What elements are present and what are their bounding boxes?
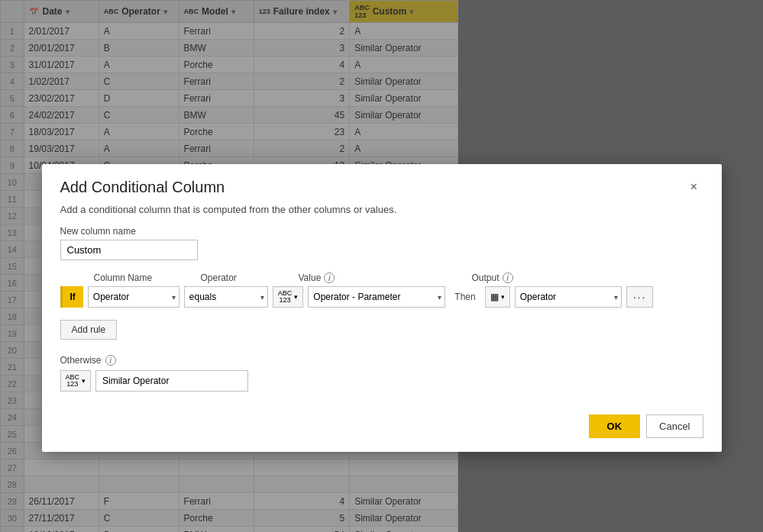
output-info-icon: i bbox=[503, 272, 513, 283]
otherwise-section: Otherwise i ABC123 ▾ bbox=[60, 355, 703, 392]
add-rule-button[interactable]: Add rule bbox=[60, 320, 118, 340]
new-column-name-input[interactable] bbox=[60, 240, 198, 260]
otherwise-chevron: ▾ bbox=[82, 377, 86, 385]
then-label: Then bbox=[450, 292, 480, 302]
otherwise-type-icon: ABC123 bbox=[66, 374, 80, 388]
modal-overlay: Add Conditional Column × Add a condition… bbox=[0, 0, 763, 532]
col-name-header: Column Name bbox=[94, 272, 201, 283]
value-info-icon: i bbox=[324, 272, 335, 283]
otherwise-row: ABC123 ▾ bbox=[60, 370, 703, 392]
output-type-button[interactable]: ▦ ▾ bbox=[485, 286, 510, 308]
more-options-button[interactable]: ··· bbox=[626, 286, 654, 308]
otherwise-type-button[interactable]: ABC123 ▾ bbox=[60, 370, 92, 392]
operator-select[interactable]: equals does not equal begins with ends w… bbox=[184, 286, 268, 308]
value-select[interactable]: Operator - Parameter A B C D bbox=[308, 286, 445, 308]
output-select-wrap[interactable]: Operator A B C Similar Operator bbox=[515, 286, 622, 308]
col-output-header: Output i bbox=[472, 272, 655, 283]
modal-description: Add a conditional column that is compute… bbox=[42, 201, 722, 226]
new-column-name-label: New column name bbox=[60, 226, 703, 237]
add-conditional-column-modal: Add Conditional Column × Add a condition… bbox=[42, 164, 722, 452]
modal-body: New column name Column Name Operator Val… bbox=[42, 226, 722, 404]
column-name-select-wrap[interactable]: Operator Date Model Failure index bbox=[88, 286, 179, 308]
otherwise-info-icon: i bbox=[105, 355, 116, 366]
otherwise-label: Otherwise i bbox=[60, 355, 703, 366]
value-select-wrap[interactable]: Operator - Parameter A B C D bbox=[308, 286, 445, 308]
col-operator-header: Operator bbox=[201, 272, 299, 283]
modal-header: Add Conditional Column × bbox=[42, 164, 722, 201]
value-type-icon: ABC123 bbox=[278, 290, 293, 304]
output-type-chevron: ▾ bbox=[501, 293, 505, 301]
value-type-chevron: ▾ bbox=[294, 293, 298, 301]
col-value-header: Value i bbox=[299, 272, 432, 283]
cancel-button[interactable]: Cancel bbox=[646, 414, 703, 438]
rule-header-row: Column Name Operator Value i Output i bbox=[60, 272, 703, 283]
close-button[interactable]: × bbox=[685, 178, 703, 196]
modal-footer: OK Cancel bbox=[42, 404, 722, 452]
operator-select-wrap[interactable]: equals does not equal begins with ends w… bbox=[184, 286, 268, 308]
value-type-button[interactable]: ABC123 ▾ bbox=[273, 286, 304, 308]
modal-title: Add Conditional Column bbox=[60, 179, 225, 196]
output-type-icon: ▦ bbox=[490, 292, 499, 302]
otherwise-value-input[interactable] bbox=[95, 370, 248, 392]
ok-button[interactable]: OK bbox=[589, 414, 641, 438]
output-select[interactable]: Operator A B C Similar Operator bbox=[515, 286, 622, 308]
if-label: If bbox=[60, 286, 83, 308]
column-name-select[interactable]: Operator Date Model Failure index bbox=[88, 286, 179, 308]
rule-row: If Operator Date Model Failure index equ… bbox=[60, 286, 703, 308]
